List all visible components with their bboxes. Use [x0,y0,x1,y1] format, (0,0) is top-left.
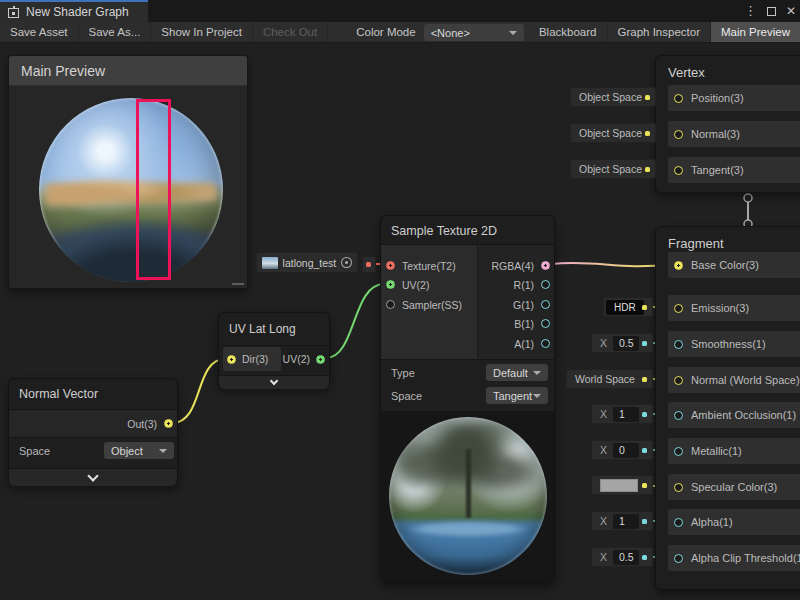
uv-lat-long-input: Dir(3) [223,347,281,371]
port-normal-world-space[interactable] [674,376,683,385]
color-mode-value: <None> [431,27,470,39]
normal-vector-output-row: Out(3) [9,410,177,437]
texture-asset-port-dot [362,256,376,273]
collapse-bar[interactable] [9,468,177,486]
space-dropdown[interactable]: Tangent [486,387,548,404]
type-label: Type [391,367,415,379]
port-smoothness[interactable] [674,340,683,349]
vertex-slot-tangent: Tangent(3) [668,157,800,183]
port-a-output[interactable] [541,339,550,348]
object-picker-icon[interactable] [341,257,352,268]
port-sampler-input[interactable] [386,300,395,309]
port-texture-input[interactable] [386,261,395,270]
fragment-slot-smoothness: Smoothness(1) [668,331,800,357]
port-emission[interactable] [674,304,683,313]
output-b: B(1) [514,314,550,333]
blackboard-button[interactable]: Blackboard [529,22,608,42]
alpha-value-widget[interactable]: X 1 [591,511,653,531]
tab-new-shader-graph[interactable]: New Shader Graph [0,0,148,22]
type-dropdown[interactable]: Default [486,364,548,381]
fragment-slot-emission: Emission(3) [668,295,800,321]
port-b-output[interactable] [541,319,550,328]
normal-vector-space-dropdown[interactable]: Object [104,442,174,459]
environment-road [39,219,223,282]
node-vertex[interactable]: Vertex Position(3) Normal(3) Tangent(3) [655,55,800,193]
show-in-project-button[interactable]: Show In Project [151,22,253,42]
metallic-value-widget[interactable]: X 0 [591,440,653,460]
fragment-slot-metallic: Metallic(1) [668,438,800,464]
fragment-slot-base-color: Base Color(3) [668,252,800,278]
space-label: Space [391,390,422,402]
check-out-button: Check Out [253,22,328,42]
input-sampler: Sampler(SS) [386,295,462,314]
output-a: A(1) [514,334,550,353]
dropdown-arrow-icon [509,31,517,35]
port-metallic[interactable] [674,447,683,456]
texture-asset-name: latlong_test [283,257,337,269]
port-out-output[interactable] [164,419,173,428]
emission-hdr-widget[interactable]: HDR [603,297,653,317]
save-as-button[interactable]: Save As... [79,22,152,42]
port-alpha[interactable] [674,518,683,527]
panel-resize-grip[interactable] [232,283,244,285]
collapse-bar[interactable] [219,375,329,389]
normal-world-space-binding[interactable]: World Space [566,369,653,389]
binding-dot [645,95,650,100]
main-preview-button[interactable]: Main Preview [711,22,800,42]
node-normal-vector[interactable]: Normal Vector Out(3) Space Object [8,378,178,486]
fragment-slot-ambient-occlusion: Ambient Occlusion(1) [668,402,800,428]
main-preview-panel[interactable]: Main Preview [8,55,248,289]
color-swatch[interactable] [600,479,638,492]
dropdown-arrow-icon [533,394,541,398]
port-rgba-output[interactable] [541,261,550,270]
port-uv-input[interactable] [386,280,395,289]
environment-houses [46,172,215,209]
port-ambient-occlusion[interactable] [674,411,683,420]
port-base-color[interactable] [674,261,683,270]
port-tangent[interactable] [674,166,683,175]
node-sample-texture-2d[interactable]: Sample Texture 2D Texture(T2) UV(2) Samp… [380,215,555,583]
toolbar: Save Asset Save As... Show In Project Ch… [0,22,800,43]
binding-object-space-3[interactable]: Object Space [570,159,656,179]
port-alpha-clip-threshold[interactable] [674,554,683,563]
vertex-slot-position: Position(3) [668,85,800,111]
port-g-output[interactable] [541,300,550,309]
specular-color-widget[interactable] [591,475,653,495]
dropdown-arrow-icon [533,371,541,375]
title-bar: New Shader Graph ⋮ ✕ [0,0,800,22]
ambient-occlusion-value-widget[interactable]: X 1 [591,404,653,424]
port-uv-output[interactable] [316,355,325,364]
tab-title: New Shader Graph [26,5,129,19]
chevron-down-icon [87,470,98,481]
main-preview-header[interactable]: Main Preview [9,56,247,86]
color-mode-label: Color Mode [328,22,423,42]
normal-vector-title: Normal Vector [9,379,177,407]
sample-texture-title: Sample Texture 2D [381,216,554,244]
port-specular-color[interactable] [674,483,683,492]
port-dir-input[interactable] [227,355,236,364]
node-uv-lat-long[interactable]: UV Lat Long Dir(3) UV(2) [218,312,330,388]
shader-graph-icon [8,6,20,18]
texture-preview-sphere [389,417,547,575]
binding-object-space-2[interactable]: Object Space [570,123,656,143]
close-icon[interactable]: ✕ [786,0,796,22]
texture-asset-field[interactable]: latlong_test [256,252,358,273]
save-asset-button[interactable]: Save Asset [0,22,79,42]
color-mode-dropdown[interactable]: <None> [424,24,524,41]
node-fragment[interactable]: Fragment Base Color(3) Emission(3) Smoot… [655,226,800,590]
smoothness-value-widget[interactable]: X 0.5 [591,333,653,353]
binding-dot [645,167,650,172]
window-menu-icon[interactable]: ⋮ [744,0,757,22]
alpha-clip-value-widget[interactable]: X 0.5 [591,547,653,567]
input-texture: Texture(T2) [386,256,456,275]
binding-object-space-1[interactable]: Object Space [570,87,656,107]
binding-dot [645,131,650,136]
port-position[interactable] [674,94,683,103]
fragment-slot-normal-ws: Normal (World Space)(3) [668,367,800,393]
main-preview-sphere [39,98,223,282]
maximize-icon[interactable] [767,7,776,16]
port-r-output[interactable] [541,280,550,289]
normal-vector-space-label: Space [19,445,50,457]
graph-inspector-button[interactable]: Graph Inspector [608,22,711,42]
port-normal[interactable] [674,130,683,139]
